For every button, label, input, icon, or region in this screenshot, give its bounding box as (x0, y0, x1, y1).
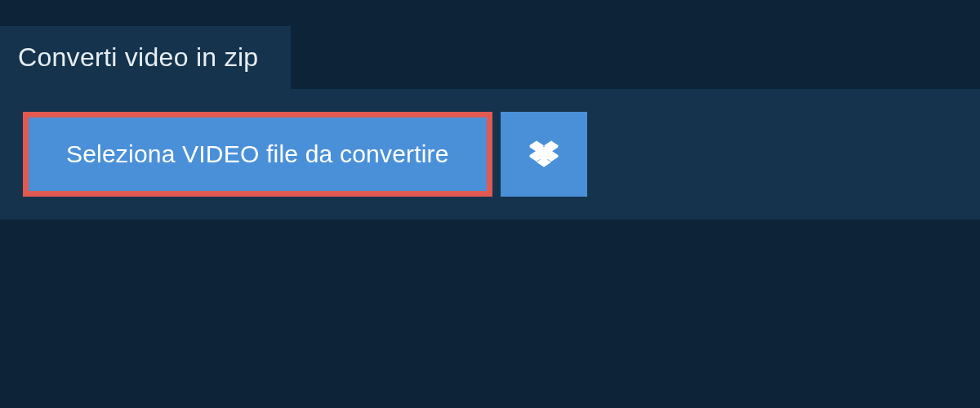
select-file-button[interactable]: Seleziona VIDEO file da convertire (23, 112, 492, 197)
tab-convert-video-zip[interactable]: Converti video in zip (0, 26, 291, 89)
select-file-label: Seleziona VIDEO file da convertire (66, 140, 449, 168)
tab-label: Converti video in zip (18, 42, 258, 72)
tab-bar: Converti video in zip (0, 0, 980, 89)
conversion-panel: Seleziona VIDEO file da convertire (0, 89, 980, 220)
button-row: Seleziona VIDEO file da convertire (23, 112, 957, 197)
dropbox-icon (529, 140, 559, 169)
dropbox-button[interactable] (501, 112, 587, 197)
